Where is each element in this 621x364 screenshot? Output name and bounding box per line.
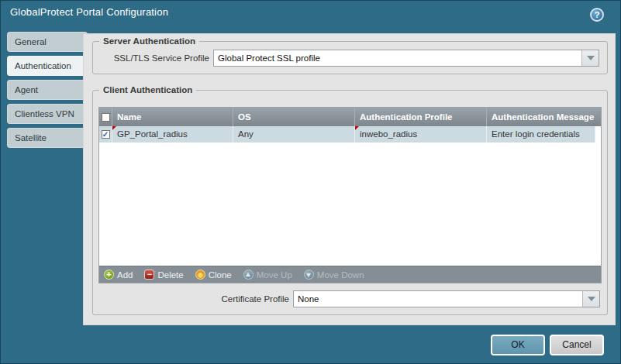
certificate-profile-label: Certificate Profile: [101, 294, 289, 304]
delete-button[interactable]: − Delete: [144, 270, 183, 280]
row-auth-profile-cell[interactable]: inwebo_radius: [355, 126, 487, 143]
row-checkbox-cell: ✓: [99, 126, 112, 143]
help-icon[interactable]: ?: [590, 8, 604, 22]
column-header-name[interactable]: Name: [112, 108, 233, 126]
table-row[interactable]: ✓ GP_Portal_radius Any inwebo_radius Ent…: [99, 126, 595, 143]
add-icon: +: [104, 270, 114, 280]
select-all-header-cell: [99, 108, 112, 126]
certificate-profile-row: Certificate Profile None: [101, 290, 600, 307]
tab-clientless-vpn[interactable]: Clientless VPN: [7, 104, 88, 124]
tab-satellite[interactable]: Satellite: [7, 128, 88, 148]
content-panel: Server Authentication SSL/TLS Service Pr…: [83, 33, 616, 325]
client-auth-table: Name OS Authentication Profile Authentic…: [98, 107, 602, 283]
server-authentication-section: Server Authentication SSL/TLS Service Pr…: [92, 36, 608, 74]
ssl-tls-profile-value: Global Protect SSL profile: [214, 50, 581, 66]
certificate-profile-dropdown-button[interactable]: [582, 291, 599, 307]
ssl-tls-profile-select[interactable]: Global Protect SSL profile: [213, 50, 599, 67]
row-os-cell[interactable]: Any: [233, 126, 355, 143]
delete-icon: −: [144, 270, 154, 280]
clone-button[interactable]: Clone: [195, 270, 232, 280]
move-down-button-label: Move Down: [317, 270, 364, 280]
column-header-auth-message[interactable]: Authentication Message: [487, 108, 601, 126]
row-checkbox[interactable]: ✓: [102, 130, 110, 139]
row-name-cell[interactable]: GP_Portal_radius: [112, 126, 233, 143]
add-button[interactable]: + Add: [104, 270, 133, 280]
tab-authentication[interactable]: Authentication: [7, 56, 88, 76]
dropdown-arrow-icon: [587, 56, 595, 60]
move-down-button[interactable]: Move Down: [304, 270, 364, 280]
move-up-button[interactable]: Move Up: [243, 270, 292, 280]
select-all-checkbox[interactable]: [102, 113, 110, 122]
clone-button-label: Clone: [209, 270, 232, 280]
column-header-os[interactable]: OS: [233, 108, 355, 126]
table-header-row: Name OS Authentication Profile Authentic…: [99, 108, 601, 126]
move-up-button-label: Move Up: [257, 270, 292, 280]
add-button-label: Add: [117, 270, 133, 280]
ssl-tls-profile-label: SSL/TLS Service Profile: [101, 53, 209, 63]
client-authentication-section: Client Authentication Name OS Authentica…: [92, 85, 608, 315]
tab-general[interactable]: General: [7, 32, 88, 52]
move-up-icon: [243, 270, 254, 280]
table-toolbar: + Add − Delete Clone Move Up: [99, 266, 601, 283]
clone-icon: [195, 270, 205, 280]
server-authentication-legend: Server Authentication: [99, 36, 199, 46]
column-header-auth-profile[interactable]: Authentication Profile: [355, 108, 487, 126]
dialog-title: GlobalProtect Portal Configuration: [10, 6, 168, 18]
globalprotect-portal-dialog: GlobalProtect Portal Configuration ? Gen…: [0, 0, 621, 364]
certificate-profile-select[interactable]: None: [293, 290, 600, 307]
sidebar-tabs: General Authentication Agent Clientless …: [7, 32, 88, 148]
ssl-tls-profile-dropdown-button[interactable]: [581, 50, 599, 66]
delete-button-label: Delete: [157, 270, 183, 280]
table-body: ✓ GP_Portal_radius Any inwebo_radius Ent…: [99, 126, 601, 266]
certificate-profile-value: None: [294, 291, 582, 307]
move-down-icon: [304, 270, 314, 280]
row-auth-message-cell[interactable]: Enter login credentials: [487, 126, 595, 143]
tab-agent[interactable]: Agent: [7, 80, 88, 100]
dropdown-arrow-icon: [588, 297, 595, 301]
ok-button[interactable]: OK: [491, 335, 545, 355]
client-authentication-legend: Client Authentication: [99, 85, 196, 94]
cancel-button[interactable]: Cancel: [550, 335, 604, 355]
